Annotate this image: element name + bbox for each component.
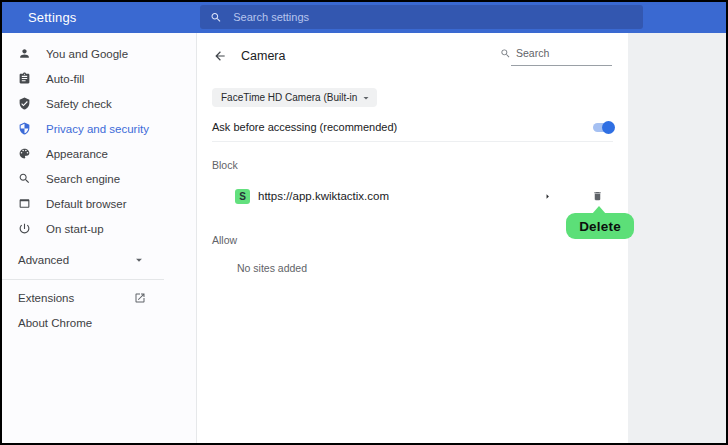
trash-icon xyxy=(592,190,603,202)
section-divider xyxy=(212,141,613,142)
delete-tooltip-label: Delete xyxy=(579,219,621,234)
site-url: https://app.kwiktactix.com xyxy=(258,190,389,202)
delete-tooltip: Delete xyxy=(566,213,634,239)
about-chrome-label: About Chrome xyxy=(18,317,92,329)
page-search-input[interactable] xyxy=(511,47,612,66)
sidebar-item-search-engine[interactable]: Search engine xyxy=(2,166,196,191)
sidebar-divider xyxy=(2,279,164,280)
blocked-site-row[interactable]: S https://app.kwiktactix.com xyxy=(197,186,628,208)
ask-before-accessing-row: Ask before accessing (recommended) xyxy=(212,119,614,135)
sidebar-item-on-startup[interactable]: On start-up xyxy=(2,216,196,241)
sidebar-item-privacy-and-security[interactable]: Privacy and security xyxy=(2,116,196,141)
settings-search-input[interactable] xyxy=(231,10,633,24)
allow-empty-text: No sites added xyxy=(237,262,307,274)
app-title: Settings xyxy=(28,10,77,25)
settings-sidebar: You and Google Auto-fill Safety check Pr… xyxy=(2,33,197,443)
dropdown-caret-icon xyxy=(360,92,372,104)
palette-icon xyxy=(16,146,32,162)
page-title: Camera xyxy=(241,49,285,63)
magnifier-icon xyxy=(16,171,32,187)
extensions-label: Extensions xyxy=(18,292,74,304)
power-icon xyxy=(16,221,32,237)
sidebar-item-autofill[interactable]: Auto-fill xyxy=(2,66,196,91)
chrome-settings-window: Settings You and Google Auto-fill Safety… xyxy=(0,0,728,445)
sidebar-advanced-toggle[interactable]: Advanced xyxy=(2,247,196,272)
sidebar-item-about-chrome[interactable]: About Chrome xyxy=(2,310,196,335)
sidebar-item-label: Default browser xyxy=(46,198,127,210)
back-arrow-icon xyxy=(213,49,227,63)
search-icon xyxy=(500,48,511,59)
advanced-label: Advanced xyxy=(18,254,69,266)
sidebar-item-you-and-google[interactable]: You and Google xyxy=(2,41,196,66)
sidebar-item-label: Safety check xyxy=(46,98,112,110)
sidebar-item-label: Search engine xyxy=(46,173,120,185)
camera-settings-panel: Camera FaceTime HD Camera (Built-in Ask … xyxy=(197,33,628,443)
sidebar-item-extensions[interactable]: Extensions xyxy=(2,285,196,310)
sidebar-item-label: On start-up xyxy=(46,223,104,235)
person-icon xyxy=(16,46,32,62)
sidebar-item-appearance[interactable]: Appearance xyxy=(2,141,196,166)
sidebar-item-label: Auto-fill xyxy=(46,73,84,85)
allow-section-heading: Allow xyxy=(212,234,237,246)
ask-before-accessing-label: Ask before accessing (recommended) xyxy=(212,121,397,133)
chevron-down-icon xyxy=(132,253,146,267)
sidebar-item-safety-check[interactable]: Safety check xyxy=(2,91,196,116)
chevron-right-icon xyxy=(542,191,553,202)
shield-check-icon xyxy=(16,96,32,112)
privacy-shield-icon xyxy=(16,121,32,137)
external-link-icon xyxy=(134,292,146,304)
camera-device-dropdown[interactable]: FaceTime HD Camera (Built-in xyxy=(212,88,377,107)
settings-search-bar[interactable] xyxy=(200,5,643,29)
back-button[interactable] xyxy=(211,47,229,65)
ask-before-accessing-toggle[interactable] xyxy=(593,121,614,134)
delete-site-button[interactable] xyxy=(589,188,605,204)
search-icon xyxy=(210,11,222,24)
site-favicon: S xyxy=(235,189,250,204)
settings-topbar: Settings xyxy=(2,2,726,33)
camera-device-label: FaceTime HD Camera (Built-in xyxy=(221,92,357,103)
sidebar-menu: You and Google Auto-fill Safety check Pr… xyxy=(2,33,196,241)
browser-window-icon xyxy=(16,196,32,212)
sidebar-item-label: You and Google xyxy=(46,48,128,60)
toggle-knob xyxy=(602,121,615,134)
sidebar-item-default-browser[interactable]: Default browser xyxy=(2,191,196,216)
block-section-heading: Block xyxy=(212,159,238,171)
page-background xyxy=(628,33,726,443)
page-search-field[interactable] xyxy=(500,47,612,66)
clipboard-icon xyxy=(16,71,32,87)
sidebar-item-label: Appearance xyxy=(46,148,108,160)
sidebar-item-label: Privacy and security xyxy=(46,123,149,135)
